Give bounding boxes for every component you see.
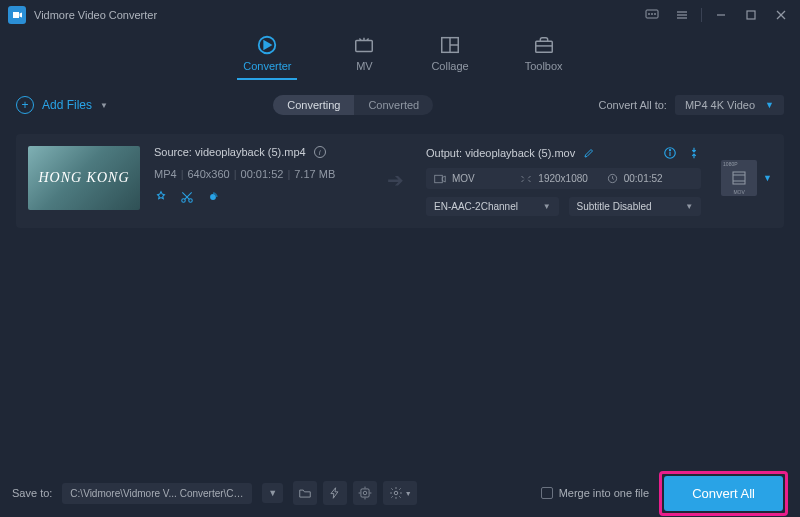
convert-all-to-label: Convert All to: xyxy=(598,99,666,111)
merge-option[interactable]: Merge into one file xyxy=(541,487,650,499)
chevron-down-icon: ▼ xyxy=(765,100,774,110)
svg-point-22 xyxy=(210,194,216,200)
output-line: Output: videoplayback (5).mov xyxy=(426,147,595,159)
edit-icon[interactable] xyxy=(154,190,168,204)
svg-rect-8 xyxy=(747,11,755,19)
high-speed-button[interactable] xyxy=(353,481,377,505)
output-format-thumb[interactable]: 1080P MOV xyxy=(721,160,757,196)
main-tabs: Converter MV Collage Toolbox xyxy=(0,30,800,86)
media-item: HONG KONG Source: videoplayback (5).mp4 … xyxy=(16,134,784,228)
source-line: Source: videoplayback (5).mp4 i xyxy=(154,146,364,158)
svg-point-3 xyxy=(655,14,656,15)
compress-icon[interactable] xyxy=(687,146,701,160)
path-dropdown[interactable]: ▼ xyxy=(262,483,283,503)
subtitle-dropdown[interactable]: Subtitle Disabled▼ xyxy=(569,197,702,216)
output-path[interactable]: C:\Vidmore\Vidmore V... Converter\Conver… xyxy=(62,483,252,504)
app-logo xyxy=(8,6,26,24)
convert-all-button[interactable]: Convert All xyxy=(664,476,783,511)
subtab-converted[interactable]: Converted xyxy=(354,95,433,115)
save-to-label: Save to: xyxy=(12,487,52,499)
collage-icon xyxy=(439,34,461,56)
format-dropdown[interactable]: MP4 4K Video ▼ xyxy=(675,95,784,115)
tab-converter[interactable]: Converter xyxy=(237,34,297,86)
tab-collage[interactable]: Collage xyxy=(431,34,468,86)
mv-icon xyxy=(353,34,375,56)
toolbar: + Add Files ▼ Converting Converted Conve… xyxy=(0,86,800,124)
svg-rect-12 xyxy=(356,40,373,51)
enhance-icon[interactable] xyxy=(206,190,220,204)
add-files-button[interactable]: + Add Files ▼ xyxy=(16,96,108,114)
output-format-caret[interactable]: ▼ xyxy=(763,173,772,183)
rename-icon[interactable] xyxy=(583,147,595,159)
converter-icon xyxy=(256,34,278,56)
settings-button[interactable]: ▼ xyxy=(383,481,417,505)
minimize-button[interactable] xyxy=(710,5,732,25)
svg-rect-28 xyxy=(733,172,745,184)
svg-point-1 xyxy=(649,14,650,15)
close-button[interactable] xyxy=(770,5,792,25)
svg-point-2 xyxy=(652,14,653,15)
source-meta: MP4|640x360|00:01:52|7.17 MB xyxy=(154,168,364,180)
maximize-button[interactable] xyxy=(740,5,762,25)
chevron-down-icon: ▼ xyxy=(100,101,108,110)
arrow-icon: ➔ xyxy=(378,168,412,192)
svg-point-32 xyxy=(364,491,368,495)
gpu-toggle-button[interactable] xyxy=(323,481,347,505)
open-folder-button[interactable] xyxy=(293,481,317,505)
thumbnail[interactable]: HONG KONG xyxy=(28,146,140,210)
merge-checkbox[interactable] xyxy=(541,487,553,499)
output-info-icon[interactable] xyxy=(663,146,677,160)
sub-tabs: Converting Converted xyxy=(273,95,433,115)
svg-point-25 xyxy=(669,150,670,151)
titlebar: Vidmore Video Converter xyxy=(0,0,800,30)
subtab-converting[interactable]: Converting xyxy=(273,95,354,115)
toolbox-icon xyxy=(533,34,555,56)
menu-icon[interactable] xyxy=(671,5,693,25)
info-icon[interactable]: i xyxy=(314,146,326,158)
audio-dropdown[interactable]: EN-AAC-2Channel▼ xyxy=(426,197,559,216)
trim-icon[interactable] xyxy=(180,190,194,204)
feedback-icon[interactable] xyxy=(641,5,663,25)
svg-rect-26 xyxy=(435,175,443,183)
tab-toolbox[interactable]: Toolbox xyxy=(525,34,563,86)
output-meta: MOV 1920x1080 00:01:52 xyxy=(426,168,701,189)
bottom-bar: Save to: C:\Vidmore\Vidmore V... Convert… xyxy=(0,469,800,517)
svg-point-37 xyxy=(394,491,398,495)
plus-icon: + xyxy=(16,96,34,114)
app-title: Vidmore Video Converter xyxy=(34,9,157,21)
svg-rect-31 xyxy=(361,489,369,497)
svg-rect-16 xyxy=(535,41,552,52)
tab-mv[interactable]: MV xyxy=(353,34,375,86)
convert-highlight: Convert All xyxy=(659,471,788,516)
